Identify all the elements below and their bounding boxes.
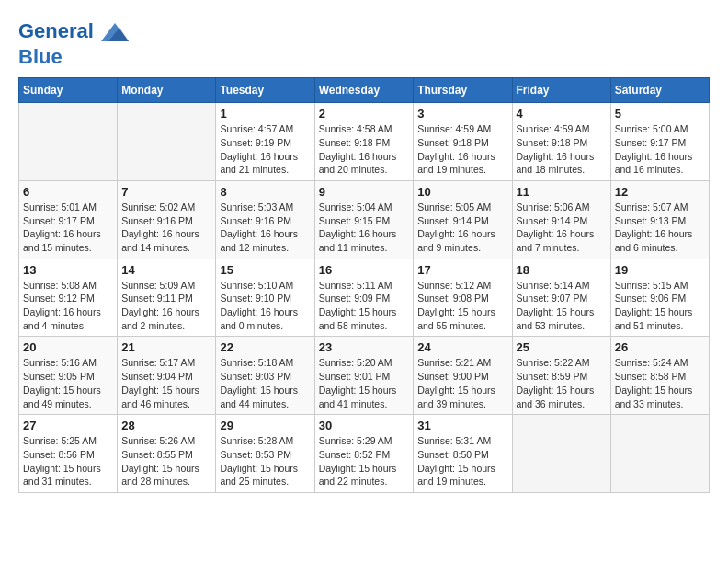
day-cell — [19, 103, 118, 181]
day-number: 22 — [220, 340, 310, 354]
day-cell: 12Sunrise: 5:07 AM Sunset: 9:13 PM Dayli… — [610, 180, 709, 259]
day-cell: 15Sunrise: 5:10 AM Sunset: 9:10 PM Dayli… — [216, 259, 314, 337]
day-info: Sunrise: 5:17 AM Sunset: 9:04 PM Dayligh… — [121, 356, 211, 410]
day-number: 29 — [220, 419, 310, 432]
weekday-header-monday: Monday — [118, 78, 216, 103]
day-number: 19 — [615, 263, 705, 277]
day-cell: 31Sunrise: 5:31 AM Sunset: 8:50 PM Dayli… — [414, 415, 512, 493]
day-info: Sunrise: 4:57 AM Sunset: 9:19 PM Dayligh… — [220, 122, 310, 177]
weekday-header-row: SundayMondayTuesdayWednesdayThursdayFrid… — [19, 78, 710, 103]
day-cell: 28Sunrise: 5:26 AM Sunset: 8:55 PM Dayli… — [118, 415, 216, 493]
day-number: 25 — [517, 340, 607, 354]
day-cell: 6Sunrise: 5:01 AM Sunset: 9:17 PM Daylig… — [19, 180, 118, 259]
day-number: 28 — [121, 419, 211, 432]
day-cell: 18Sunrise: 5:14 AM Sunset: 9:07 PM Dayli… — [512, 259, 610, 337]
day-number: 5 — [615, 107, 705, 121]
day-number: 14 — [121, 263, 211, 277]
calendar-table: SundayMondayTuesdayWednesdayThursdayFrid… — [18, 77, 710, 493]
weekday-header-sunday: Sunday — [19, 78, 118, 103]
day-number: 17 — [417, 263, 507, 277]
day-number: 24 — [417, 340, 507, 354]
day-cell: 17Sunrise: 5:12 AM Sunset: 9:08 PM Dayli… — [414, 259, 512, 337]
day-info: Sunrise: 5:18 AM Sunset: 9:03 PM Dayligh… — [220, 356, 310, 410]
logo: General Blue — [18, 18, 129, 68]
day-number: 21 — [121, 340, 211, 354]
day-number: 3 — [417, 107, 507, 121]
day-info: Sunrise: 5:04 AM Sunset: 9:15 PM Dayligh… — [319, 201, 410, 255]
day-cell: 10Sunrise: 5:05 AM Sunset: 9:14 PM Dayli… — [414, 180, 512, 259]
day-cell: 3Sunrise: 4:59 AM Sunset: 9:18 PM Daylig… — [414, 103, 512, 181]
day-info: Sunrise: 5:31 AM Sunset: 8:50 PM Dayligh… — [417, 434, 507, 488]
day-info: Sunrise: 5:21 AM Sunset: 9:00 PM Dayligh… — [417, 356, 507, 410]
day-info: Sunrise: 4:59 AM Sunset: 9:18 PM Dayligh… — [517, 122, 607, 177]
day-cell: 16Sunrise: 5:11 AM Sunset: 9:09 PM Dayli… — [314, 259, 414, 337]
day-info: Sunrise: 5:14 AM Sunset: 9:07 PM Dayligh… — [517, 279, 607, 333]
day-cell: 30Sunrise: 5:29 AM Sunset: 8:52 PM Dayli… — [314, 415, 414, 493]
week-row-3: 13Sunrise: 5:08 AM Sunset: 9:12 PM Dayli… — [19, 259, 710, 337]
logo-icon — [101, 18, 129, 46]
day-cell — [610, 415, 709, 493]
day-number: 2 — [319, 107, 410, 121]
day-cell: 13Sunrise: 5:08 AM Sunset: 9:12 PM Dayli… — [19, 259, 118, 337]
week-row-1: 1Sunrise: 4:57 AM Sunset: 9:19 PM Daylig… — [19, 103, 710, 181]
day-number: 16 — [319, 263, 410, 277]
day-info: Sunrise: 5:20 AM Sunset: 9:01 PM Dayligh… — [319, 356, 410, 410]
day-info: Sunrise: 5:10 AM Sunset: 9:10 PM Dayligh… — [220, 279, 310, 333]
day-info: Sunrise: 5:09 AM Sunset: 9:11 PM Dayligh… — [121, 279, 211, 333]
day-info: Sunrise: 5:12 AM Sunset: 9:08 PM Dayligh… — [417, 279, 507, 333]
day-number: 26 — [615, 340, 705, 354]
day-cell: 27Sunrise: 5:25 AM Sunset: 8:56 PM Dayli… — [19, 415, 118, 493]
day-cell: 2Sunrise: 4:58 AM Sunset: 9:18 PM Daylig… — [314, 103, 414, 181]
day-cell — [512, 415, 610, 493]
day-cell: 7Sunrise: 5:02 AM Sunset: 9:16 PM Daylig… — [118, 180, 216, 259]
day-cell: 24Sunrise: 5:21 AM Sunset: 9:00 PM Dayli… — [414, 337, 512, 415]
day-number: 18 — [517, 263, 607, 277]
weekday-header-wednesday: Wednesday — [314, 78, 414, 103]
day-cell: 9Sunrise: 5:04 AM Sunset: 9:15 PM Daylig… — [314, 180, 414, 259]
day-cell: 22Sunrise: 5:18 AM Sunset: 9:03 PM Dayli… — [216, 337, 314, 415]
weekday-header-thursday: Thursday — [414, 78, 512, 103]
week-row-5: 27Sunrise: 5:25 AM Sunset: 8:56 PM Dayli… — [19, 415, 710, 493]
day-number: 9 — [319, 185, 410, 199]
day-cell: 25Sunrise: 5:22 AM Sunset: 8:59 PM Dayli… — [512, 337, 610, 415]
day-cell: 8Sunrise: 5:03 AM Sunset: 9:16 PM Daylig… — [216, 180, 314, 259]
day-cell: 19Sunrise: 5:15 AM Sunset: 9:06 PM Dayli… — [610, 259, 709, 337]
day-info: Sunrise: 5:11 AM Sunset: 9:09 PM Dayligh… — [319, 279, 410, 333]
day-number: 4 — [517, 107, 607, 121]
day-info: Sunrise: 5:25 AM Sunset: 8:56 PM Dayligh… — [23, 434, 113, 488]
page-header: General Blue — [18, 18, 710, 68]
day-number: 10 — [417, 185, 507, 199]
weekday-header-saturday: Saturday — [610, 78, 709, 103]
day-number: 11 — [517, 185, 607, 199]
day-info: Sunrise: 5:02 AM Sunset: 9:16 PM Dayligh… — [121, 201, 211, 255]
day-info: Sunrise: 5:06 AM Sunset: 9:14 PM Dayligh… — [517, 201, 607, 255]
day-number: 6 — [23, 185, 113, 199]
day-number: 13 — [23, 263, 113, 277]
day-number: 31 — [417, 419, 507, 432]
week-row-2: 6Sunrise: 5:01 AM Sunset: 9:17 PM Daylig… — [19, 180, 710, 259]
day-cell: 4Sunrise: 4:59 AM Sunset: 9:18 PM Daylig… — [512, 103, 610, 181]
week-row-4: 20Sunrise: 5:16 AM Sunset: 9:05 PM Dayli… — [19, 337, 710, 415]
day-number: 30 — [319, 419, 410, 432]
day-number: 27 — [23, 419, 113, 432]
day-info: Sunrise: 5:28 AM Sunset: 8:53 PM Dayligh… — [220, 434, 310, 488]
logo-general: General — [18, 19, 94, 42]
day-number: 15 — [220, 263, 310, 277]
day-number: 12 — [615, 185, 705, 199]
day-info: Sunrise: 4:58 AM Sunset: 9:18 PM Dayligh… — [319, 122, 410, 177]
weekday-header-tuesday: Tuesday — [216, 78, 314, 103]
day-cell: 26Sunrise: 5:24 AM Sunset: 8:58 PM Dayli… — [610, 337, 709, 415]
day-info: Sunrise: 5:15 AM Sunset: 9:06 PM Dayligh… — [615, 279, 705, 333]
day-info: Sunrise: 5:00 AM Sunset: 9:17 PM Dayligh… — [615, 122, 705, 177]
day-cell: 14Sunrise: 5:09 AM Sunset: 9:11 PM Dayli… — [118, 259, 216, 337]
day-cell — [118, 103, 216, 181]
day-number: 23 — [319, 340, 410, 354]
day-number: 8 — [220, 185, 310, 199]
day-info: Sunrise: 5:16 AM Sunset: 9:05 PM Dayligh… — [23, 356, 113, 410]
day-number: 1 — [220, 107, 310, 121]
day-info: Sunrise: 5:22 AM Sunset: 8:59 PM Dayligh… — [517, 356, 607, 410]
day-info: Sunrise: 5:24 AM Sunset: 8:58 PM Dayligh… — [615, 356, 705, 410]
day-info: Sunrise: 5:03 AM Sunset: 9:16 PM Dayligh… — [220, 201, 310, 255]
day-info: Sunrise: 5:01 AM Sunset: 9:17 PM Dayligh… — [23, 201, 113, 255]
day-cell: 20Sunrise: 5:16 AM Sunset: 9:05 PM Dayli… — [19, 337, 118, 415]
